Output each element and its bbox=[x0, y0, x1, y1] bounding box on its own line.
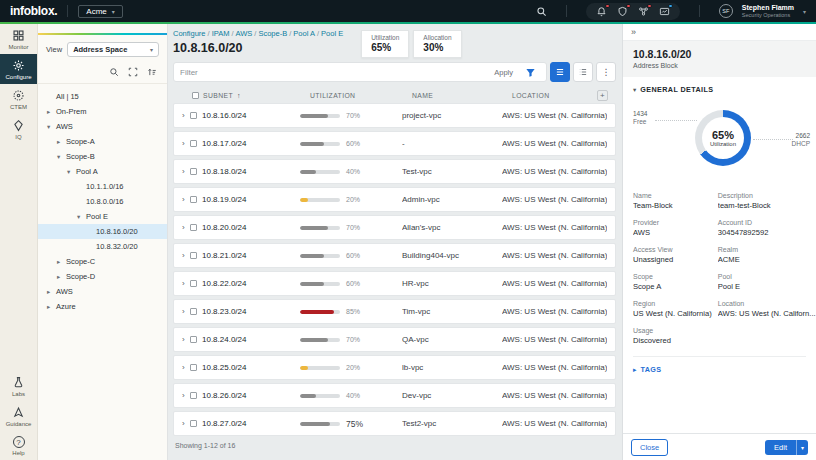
table-row[interactable]: › 10.8.24.0/24 70% QA-vpc AWS: US West (… bbox=[173, 327, 616, 352]
table-row[interactable]: › 10.8.19.0/24 20% Admin-vpc AWS: US Wes… bbox=[173, 187, 616, 212]
row-checkbox[interactable] bbox=[190, 168, 197, 175]
breadcrumb-link[interactable]: Configure bbox=[173, 29, 206, 38]
row-expander-icon[interactable]: › bbox=[182, 111, 190, 120]
nav-item-ctem[interactable]: CTEM bbox=[0, 84, 37, 114]
nav-item-configure[interactable]: Configure bbox=[0, 54, 37, 84]
tree-item-subnet[interactable]: 10.8.0.0/16 bbox=[38, 194, 167, 209]
column-header-location[interactable]: LOCATION bbox=[512, 92, 597, 99]
row-checkbox[interactable] bbox=[190, 308, 197, 315]
tree-item-scope-a[interactable]: ▸Scope-A bbox=[38, 134, 167, 149]
chevron-down-icon[interactable]: ▾ bbox=[67, 168, 73, 176]
chevron-right-icon[interactable]: ▸ bbox=[47, 108, 53, 116]
row-checkbox[interactable] bbox=[190, 224, 197, 231]
chevron-down-icon[interactable]: ▾ bbox=[803, 8, 806, 15]
chevron-down-icon[interactable]: ▾ bbox=[77, 213, 83, 221]
select-all-checkbox[interactable] bbox=[192, 92, 199, 99]
row-expander-icon[interactable]: › bbox=[182, 279, 190, 288]
tree-item-azure[interactable]: ▸Azure bbox=[38, 299, 167, 314]
filter-input[interactable] bbox=[180, 68, 486, 77]
chevron-right-icon[interactable]: ▸ bbox=[47, 303, 53, 311]
table-row[interactable]: › 10.8.20.0/24 70% Allan's-vpc AWS: US W… bbox=[173, 215, 616, 240]
filter-funnel-icon[interactable] bbox=[521, 67, 540, 78]
row-expander-icon[interactable]: › bbox=[182, 419, 190, 428]
tags-section-toggle[interactable]: ▸ TAGS bbox=[633, 356, 806, 374]
row-expander-icon[interactable]: › bbox=[182, 307, 190, 316]
more-options-button[interactable]: ⋮ bbox=[596, 62, 616, 82]
table-row[interactable]: › 10.8.18.0/24 40% Test-vpc AWS: US West… bbox=[173, 159, 616, 184]
tree-item-all[interactable]: All | 15 bbox=[38, 89, 167, 104]
table-row[interactable]: › 10.8.17.0/24 60% - AWS: US West (N. Ca… bbox=[173, 131, 616, 156]
row-expander-icon[interactable]: › bbox=[182, 251, 190, 260]
add-column-button[interactable]: + bbox=[597, 90, 608, 101]
breadcrumb-link[interactable]: Scope-B bbox=[258, 29, 287, 38]
table-row[interactable]: › 10.8.25.0/24 20% lb-vpc AWS: US West (… bbox=[173, 355, 616, 380]
chevron-right-icon[interactable]: ▸ bbox=[47, 288, 53, 296]
tree-item-pool-a[interactable]: ▾Pool A bbox=[38, 164, 167, 179]
edit-dropdown-caret[interactable]: ▾ bbox=[796, 440, 808, 455]
breadcrumb-link[interactable]: Pool A bbox=[293, 29, 315, 38]
close-button[interactable]: Close bbox=[631, 439, 668, 456]
table-row[interactable]: › 10.8.22.0/24 60% HR-vpc AWS: US West (… bbox=[173, 271, 616, 296]
row-checkbox[interactable] bbox=[190, 420, 197, 427]
tree-search-icon[interactable] bbox=[109, 67, 119, 77]
column-header-subnet[interactable]: SUBNET bbox=[203, 92, 233, 99]
tree-item-scope-d[interactable]: ▸Scope-D bbox=[38, 269, 167, 284]
row-expander-icon[interactable]: › bbox=[182, 335, 190, 344]
table-row[interactable]: › 10.8.21.0/24 60% Building404-vpc AWS: … bbox=[173, 243, 616, 268]
nav-item-guidance[interactable]: Guidance bbox=[0, 401, 37, 431]
row-expander-icon[interactable]: › bbox=[182, 139, 190, 148]
row-checkbox[interactable] bbox=[190, 196, 197, 203]
console-panel-icon[interactable] bbox=[659, 6, 670, 17]
row-expander-icon[interactable]: › bbox=[182, 363, 190, 372]
breadcrumb-link[interactable]: Pool E bbox=[321, 29, 343, 38]
tree-sort-icon[interactable] bbox=[147, 67, 157, 77]
tree-item-aws[interactable]: ▾AWS bbox=[38, 119, 167, 134]
tree-item-subnet[interactable]: 10.8.32.0/20 bbox=[38, 239, 167, 254]
table-row[interactable]: › 10.8.26.0/24 40% Dev-vpc AWS: US West … bbox=[173, 383, 616, 408]
bell-icon[interactable] bbox=[596, 6, 607, 17]
tree-item-scope-c[interactable]: ▸Scope-C bbox=[38, 254, 167, 269]
tree-item-aws-2[interactable]: ▸AWS bbox=[38, 284, 167, 299]
tree-item-pool-e[interactable]: ▾Pool E bbox=[38, 209, 167, 224]
search-icon[interactable] bbox=[536, 6, 547, 17]
breadcrumb-link[interactable]: IPAM bbox=[212, 29, 230, 38]
row-checkbox[interactable] bbox=[190, 392, 197, 399]
row-expander-icon[interactable]: › bbox=[182, 391, 190, 400]
chevron-right-icon[interactable]: ▸ bbox=[57, 258, 63, 266]
tree-item-selected-block[interactable]: 10.8.16.0/20 bbox=[38, 224, 167, 239]
row-checkbox[interactable] bbox=[190, 252, 197, 259]
table-row[interactable]: › 10.8.16.0/24 70% project-vpc AWS: US W… bbox=[173, 103, 616, 128]
edit-button[interactable]: Edit bbox=[765, 440, 796, 455]
tree-item-on-prem[interactable]: ▸On-Prem bbox=[38, 104, 167, 119]
row-checkbox[interactable] bbox=[190, 364, 197, 371]
shield-icon[interactable] bbox=[617, 6, 628, 17]
tree-expand-icon[interactable] bbox=[128, 67, 138, 77]
nav-item-monitor[interactable]: Monitor bbox=[0, 24, 37, 54]
column-header-name[interactable]: NAME bbox=[412, 92, 512, 99]
user-menu[interactable]: Stephen Flamm Security Operations bbox=[742, 4, 794, 18]
table-row[interactable]: › 10.8.23.0/24 85% Tim-vpc AWS: US West … bbox=[173, 299, 616, 324]
list-view-toggle[interactable] bbox=[573, 62, 593, 82]
nav-item-help[interactable]: ? Help bbox=[0, 431, 37, 460]
row-expander-icon[interactable]: › bbox=[182, 195, 190, 204]
flat-view-toggle[interactable] bbox=[550, 62, 570, 82]
nav-item-labs[interactable]: Labs bbox=[0, 371, 37, 401]
apply-button[interactable]: Apply bbox=[486, 68, 521, 77]
user-avatar[interactable]: SF bbox=[719, 4, 733, 18]
chevron-down-icon[interactable]: ▾ bbox=[57, 153, 63, 161]
row-expander-icon[interactable]: › bbox=[182, 167, 190, 176]
collapse-panel-icon[interactable]: » bbox=[631, 27, 636, 37]
sort-ascending-icon[interactable]: ↑ bbox=[237, 92, 241, 99]
row-expander-icon[interactable]: › bbox=[182, 223, 190, 232]
chevron-right-icon[interactable]: ▸ bbox=[57, 273, 63, 281]
tree-item-scope-b[interactable]: ▾Scope-B bbox=[38, 149, 167, 164]
general-details-section-toggle[interactable]: ▾ GENERAL DETAILS bbox=[623, 77, 816, 96]
org-selector[interactable]: Acme ▾ bbox=[78, 5, 122, 18]
chevron-down-icon[interactable]: ▾ bbox=[47, 123, 53, 131]
view-selector[interactable]: Address Space ▾ bbox=[67, 42, 159, 57]
row-checkbox[interactable] bbox=[190, 280, 197, 287]
nav-item-iq[interactable]: IQ bbox=[0, 114, 37, 144]
row-checkbox[interactable] bbox=[190, 336, 197, 343]
chevron-right-icon[interactable]: ▸ bbox=[57, 138, 63, 146]
breadcrumb-link[interactable]: AWS bbox=[236, 29, 253, 38]
